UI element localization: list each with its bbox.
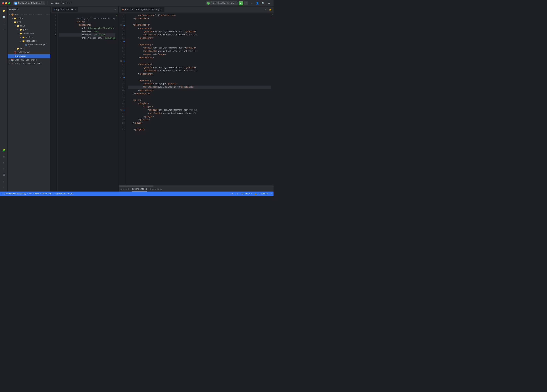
settings-button[interactable]: ⚙ <box>267 1 271 6</box>
maximize-button[interactable] <box>8 2 10 4</box>
idea-chevron-icon: ▶ <box>11 17 14 20</box>
left-code-lines[interactable]: #spring.application.name=SpringBootDataS… <box>57 13 115 191</box>
tree-scratches-label: Scratches and Consoles <box>14 63 42 65</box>
r-ln-17: 17 <box>119 14 126 17</box>
activity-terminal[interactable]: ▤ <box>1 154 7 159</box>
tree-item-java[interactable]: ▶ 📁 java <box>7 28 50 32</box>
left-tab-yml[interactable]: ⚙ application.yml ✕ <box>52 7 78 12</box>
pom-tab-dependencies[interactable]: dependencies <box>132 187 147 192</box>
activity-more[interactable]: ··· <box>1 27 7 32</box>
tree-item-src[interactable]: ▼ 📁 src <box>7 20 50 24</box>
breadcrumb-sep-2: › <box>33 193 34 195</box>
line-num-7: 7 <box>51 33 57 37</box>
right-tab-pom[interactable]: m pom.xml (SpringBootDataStudy) ✕ <box>121 7 164 12</box>
code-text: #spring.application.name=SpringBootDataS… <box>76 17 115 20</box>
right-code-lines[interactable]: <java.version>17</java.version> </proper… <box>126 13 271 185</box>
right-tab-close-icon[interactable]: ✕ <box>161 9 162 11</box>
status-share-icon: ↗ <box>271 193 272 195</box>
h-scrollbar[interactable] <box>119 185 274 187</box>
xml-tab-icon: m <box>122 8 124 11</box>
r-line-28: <artifactId>spring-boot-starter-test</ar… <box>128 50 271 53</box>
activity-project[interactable]: 📁 <box>1 8 7 14</box>
r-line-34: <artifactId>spring-boot-starter-jdbc</ar… <box>128 69 271 73</box>
left-more-icon[interactable]: ⋯ <box>113 8 117 12</box>
code-text: password <box>82 34 91 36</box>
r-ln-34: 34 <box>119 69 126 73</box>
r-ln-52: 52 <box>119 128 126 131</box>
templates-folder-icon: 📁 <box>22 40 25 42</box>
right-tab-label: pom.xml (SpringBootDataStudy) <box>124 8 160 11</box>
activity-structure[interactable]: ⚏ <box>1 20 7 26</box>
pom-tab-dependency[interactable]: dependency <box>150 187 162 192</box>
left-tab-header: ⚙ application.yml ✕ ⋯ <box>51 7 118 13</box>
r-line-51 <box>128 125 271 128</box>
activity-images[interactable]: 🖼 <box>1 172 7 178</box>
tree-item-pom[interactable]: m pom.xml <box>7 54 50 58</box>
activity-run[interactable]: ▷ <box>1 160 7 165</box>
project-chevron-icon: ▼ <box>43 2 44 4</box>
code-colon: : <box>103 37 105 39</box>
r-ln-33: 33 <box>119 66 126 69</box>
root-chevron-icon: ▼ <box>8 13 11 16</box>
left-tab-close-icon[interactable]: ✕ <box>75 9 76 11</box>
search-button[interactable]: 🔍 <box>261 1 266 6</box>
r-ln-32: 32 <box>119 63 126 66</box>
r-ln-44: 44 <box>119 102 126 105</box>
tree-item-static[interactable]: ▶ 📁 static <box>7 35 50 39</box>
tree-test-label: test <box>20 47 25 50</box>
activity-vcs[interactable]: 🔄 <box>1 14 7 20</box>
status-right: 7:6 LF ISO-8859-1 🔒 2 spaces ↗ <box>230 193 272 195</box>
tree-item-gitignore[interactable]: 🚫 .gitignore <box>7 51 50 54</box>
project-name: SpringBootDataStudy <box>18 2 42 5</box>
breadcrumb-yml: application.yml <box>56 193 73 195</box>
right-more-icon[interactable]: ⋯ <box>264 8 268 12</box>
static-folder-icon: 📁 <box>22 36 25 39</box>
r-ln-47: 47 <box>119 112 126 115</box>
version-control-selector[interactable]: Version control ▼ <box>49 1 73 5</box>
tree-item-templates[interactable]: ▶ 📁 templates <box>7 39 50 43</box>
tree-item-test[interactable]: ▶ 📁 test <box>7 47 50 51</box>
activity-editor[interactable]: T <box>1 166 7 172</box>
r-ln-48: 48 <box>119 115 126 118</box>
close-button[interactable] <box>2 2 4 4</box>
code-line-1: #spring.application.name=SpringBootDataS… <box>59 14 115 17</box>
tree-item-application-yml[interactable]: 🗋 application.yml <box>7 43 50 47</box>
sidebar-header: Project ▼ <box>7 7 50 13</box>
run-config-icon: ▶ <box>207 2 210 5</box>
tree-item-scratches[interactable]: ▶ ≡ Scratches and Consoles <box>7 62 50 66</box>
activity-plugins[interactable]: 🧩 <box>1 148 7 153</box>
code-indent <box>76 27 82 30</box>
debug-button[interactable]: ⚡ <box>244 1 248 5</box>
tree-item-idea[interactable]: ▶ 📁 .idea <box>7 16 50 20</box>
right-bell-icon[interactable]: 🔔 <box>268 8 272 12</box>
tree-item-resources[interactable]: ▼ 📁 resources <box>7 32 50 35</box>
gutter-dot-31 <box>123 61 124 61</box>
code-indent <box>76 34 82 36</box>
status-position: 7:6 <box>230 193 234 195</box>
tree-item-external-libs[interactable]: ▶ 📚 External Libraries <box>7 58 50 62</box>
breadcrumb-main: main <box>34 193 39 195</box>
tree-item-main[interactable]: ▼ 📁 main <box>7 24 50 28</box>
project-selector[interactable]: SB SpringBootDataStudy ▼ <box>13 1 45 5</box>
minimize-button[interactable] <box>5 2 7 4</box>
r-line-52: </project> <box>128 128 271 131</box>
activity-problems[interactable]: ⚠ <box>1 178 7 184</box>
r-ln-45: 45 <box>119 105 126 108</box>
breadcrumb-project: SpringBootDataStudy <box>5 193 26 195</box>
run-button[interactable]: ▶ <box>239 1 243 5</box>
line-num-6: 6 <box>51 30 57 33</box>
scratches-icon: ≡ <box>11 62 14 65</box>
code-val: Eve123456 <box>94 34 105 36</box>
tree-root[interactable]: ▼ 📦 SpringBootDataStudy ~/Desktop/CS/Jav… <box>7 13 50 16</box>
r-ln-38: 38 <box>119 82 126 86</box>
more-options-button[interactable]: ⋯ <box>249 1 254 6</box>
idea-folder-icon: 📁 <box>14 17 16 20</box>
activity-git[interactable]: ⑂ <box>1 185 7 190</box>
account-button[interactable]: 👤 <box>255 1 260 6</box>
pom-tab-project[interactable]: project <box>121 187 129 192</box>
vc-chevron-icon: ▼ <box>70 2 71 4</box>
r-line-23: <artifactId>spring-boot-starter-web</art… <box>128 33 271 37</box>
run-config[interactable]: ▶ SpringBootDataStudy ▼ <box>205 1 238 5</box>
r-line-32: <dependency> <box>128 63 271 66</box>
full-editor: ⚙ application.yml ✕ ⋯ 1 2 3 4 5 <box>51 7 274 191</box>
